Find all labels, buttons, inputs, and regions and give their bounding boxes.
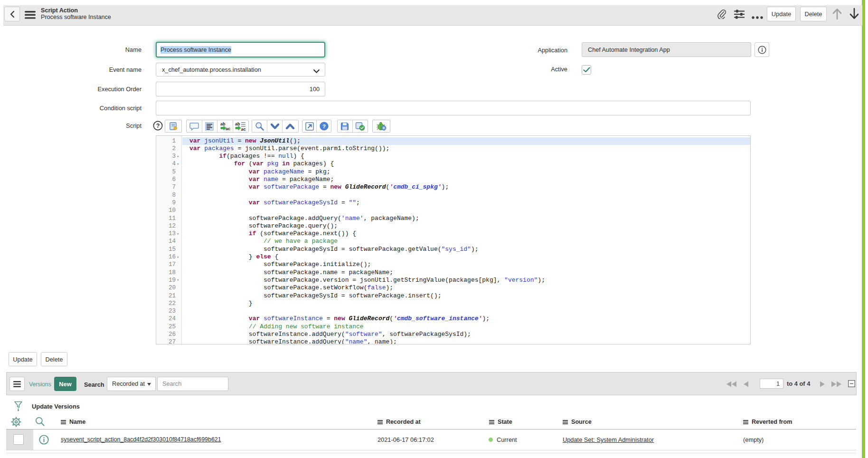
svg-text:?: ?: [156, 123, 160, 129]
svg-text:ac: ac: [241, 127, 246, 131]
svg-text:?: ?: [322, 124, 326, 129]
svg-text:ab: ab: [235, 122, 240, 126]
svg-text:ab: ab: [220, 122, 226, 126]
svg-text:ac: ac: [226, 126, 230, 131]
